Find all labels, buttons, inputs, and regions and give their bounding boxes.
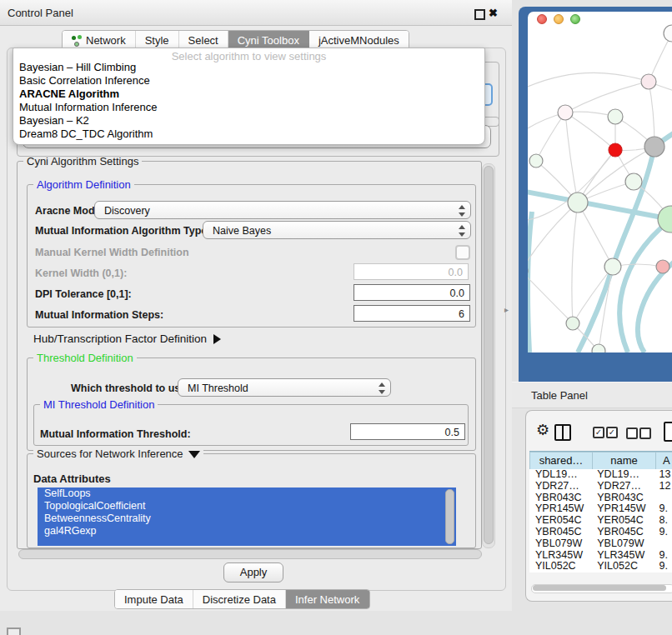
aracne-mode-combobox[interactable]: Discovery — [94, 201, 471, 219]
tab-jactivemnodules[interactable]: jActiveMNodules — [309, 31, 409, 49]
network-node[interactable] — [609, 143, 622, 157]
select-all-checkbox-icon2[interactable]: ✓ — [606, 427, 618, 438]
attributes-scrollbar[interactable] — [445, 489, 454, 544]
table-cell[interactable]: YIL052C — [591, 561, 653, 572]
tab-select[interactable]: Select — [179, 31, 228, 49]
table-cell[interactable]: YPR145W — [591, 503, 653, 515]
network-edge[interactable] — [572, 202, 578, 323]
close-icon[interactable]: ✖ — [489, 7, 498, 19]
network-node[interactable] — [566, 317, 579, 330]
mi-steps-field[interactable]: 6 — [354, 305, 470, 322]
table-horizontal-scrollbar[interactable] — [531, 584, 672, 593]
network-edge[interactable] — [565, 82, 649, 112]
menu-item[interactable]: Bayesian – Hill Climbing — [13, 61, 484, 74]
network-node[interactable] — [608, 109, 623, 124]
tab-style[interactable]: Style — [136, 31, 179, 49]
table-row[interactable]: YER054CYER054C8. — [529, 515, 672, 527]
network-edge-thick[interactable] — [528, 212, 532, 352]
apply-button[interactable]: Apply — [223, 562, 283, 582]
network-edge-thick[interactable] — [619, 219, 671, 352]
table-cell[interactable]: YBR043C — [529, 492, 591, 504]
mi-threshold-field[interactable]: 0.5 — [350, 423, 465, 440]
tab-network[interactable]: Network — [63, 31, 136, 49]
network-edge[interactable] — [565, 112, 578, 202]
select-all-checkbox-icon[interactable]: ✓ — [593, 427, 604, 438]
table-cell[interactable]: YBL079W — [591, 538, 653, 550]
table-row[interactable]: YBR045CYBR045C9. — [529, 527, 672, 538]
mi-algorithm-type-combobox[interactable]: Naive Bayes — [203, 221, 471, 239]
network-node[interactable] — [656, 260, 669, 273]
table-cell[interactable]: YER054C — [591, 515, 653, 527]
table-cell[interactable]: 9. — [654, 561, 672, 572]
menu-item[interactable]: Dream8 DC_TDC Algorithm — [13, 128, 484, 141]
table-row[interactable]: YBR043CYBR043C — [529, 492, 672, 504]
network-edge[interactable] — [528, 271, 573, 323]
export-table-icon[interactable] — [664, 422, 672, 442]
table-row[interactable]: YBL079WYBL079W — [529, 538, 672, 550]
column-header-partial[interactable]: A — [656, 452, 672, 470]
network-node[interactable] — [558, 105, 573, 120]
table-row[interactable]: YIL052CYIL052C9. — [529, 561, 672, 572]
table-cell[interactable]: YBL079W — [529, 538, 591, 550]
table-cell[interactable]: YBR045C — [591, 527, 653, 538]
table-row[interactable]: YPR145WYPR145W9. — [529, 503, 672, 515]
table-cell[interactable]: YDL19… — [529, 469, 591, 481]
menu-item[interactable]: Mutual Information Inference — [13, 101, 484, 114]
deselect-all-checkbox-icon2[interactable] — [639, 428, 651, 439]
menu-item[interactable]: Bayesian – K2 — [13, 114, 484, 128]
hub-definition-toggle[interactable]: Hub/Transcription Factor Definition — [33, 332, 221, 345]
menu-item[interactable]: Basic Correlation Inference — [13, 74, 484, 88]
collapse-arrow-icon[interactable] — [188, 451, 200, 458]
attribute-item[interactable]: TopologicalCoefficient — [38, 500, 456, 512]
network-node[interactable] — [641, 74, 656, 89]
network-node[interactable] — [529, 154, 543, 168]
column-header-shared-name[interactable]: shared… — [529, 452, 593, 470]
tab-infer-network[interactable]: Infer Network — [286, 590, 369, 608]
table-cell[interactable]: YER054C — [529, 515, 591, 527]
attribute-item[interactable]: SelfLoops — [38, 488, 456, 500]
table-cell[interactable]: YLR345W — [591, 550, 653, 562]
which-threshold-combobox[interactable]: MI Threshold — [178, 378, 391, 397]
deselect-all-checkbox-icon[interactable] — [626, 428, 638, 439]
attribute-item[interactable]: gal4RGexp — [38, 525, 456, 538]
manual-kernel-checkbox[interactable] — [455, 245, 470, 260]
network-node[interactable] — [592, 344, 605, 352]
table-cell[interactable]: 9. — [654, 503, 672, 515]
table-row[interactable]: YDL19…YDL19…13 — [529, 469, 672, 481]
network-node[interactable] — [644, 137, 664, 157]
split-view-icon[interactable] — [554, 424, 571, 441]
network-node[interactable] — [625, 173, 642, 190]
tab-impute-data[interactable]: Impute Data — [115, 590, 193, 608]
table-cell[interactable]: YLR345W — [529, 550, 591, 562]
network-edge[interactable] — [528, 202, 578, 271]
kernel-width-field[interactable]: 0.0 — [354, 263, 469, 280]
table-cell[interactable]: YDR27… — [591, 481, 653, 492]
table-cell[interactable]: 12 — [654, 481, 672, 492]
network-edge[interactable] — [599, 267, 613, 351]
table-cell[interactable]: YIL052C — [529, 561, 591, 572]
gear-icon[interactable]: ⚙ — [536, 421, 549, 439]
attribute-item[interactable]: BetweennessCentrality — [38, 512, 456, 525]
table-cell[interactable]: YBR043C — [591, 492, 653, 504]
data-attributes-list[interactable]: SelfLoopsTopologicalCoefficientBetweenne… — [38, 488, 456, 546]
table-row[interactable]: YDR27…YDR27…12 — [529, 481, 672, 492]
network-graph[interactable] — [528, 12, 672, 352]
column-header-name[interactable]: name — [593, 452, 656, 470]
table-cell[interactable]: YPR145W — [529, 503, 591, 515]
network-canvas[interactable] — [528, 12, 672, 352]
splitpane-handle-icon[interactable]: ▸ — [504, 305, 509, 314]
network-node[interactable] — [568, 192, 588, 212]
network-node[interactable] — [604, 258, 621, 275]
table-row[interactable]: YLR345WYLR345W9. — [529, 550, 672, 562]
table-cell[interactable]: 9. — [654, 550, 672, 562]
network-edge[interactable] — [536, 112, 565, 161]
table-cell[interactable]: 8. — [654, 515, 672, 527]
network-node[interactable] — [664, 25, 672, 42]
table-cell[interactable]: YDR27… — [529, 481, 591, 492]
float-panel-icon[interactable] — [474, 9, 485, 20]
network-edge-thick[interactable] — [638, 262, 672, 352]
settings-horizontal-scrollbar[interactable] — [18, 549, 482, 559]
table-cell[interactable] — [654, 492, 672, 504]
settings-vertical-scrollbar[interactable] — [482, 163, 495, 548]
collapsed-panel-icon[interactable] — [7, 628, 21, 635]
